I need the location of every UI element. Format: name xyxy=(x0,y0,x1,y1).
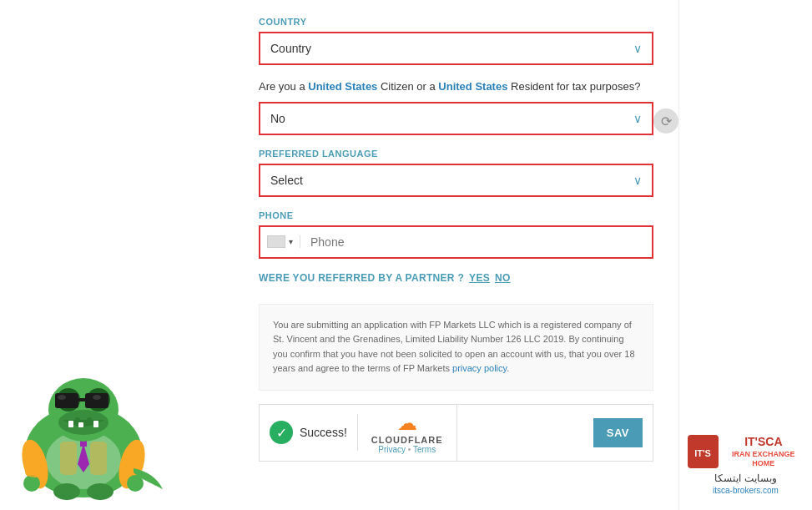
right-brand-panel: IT'S IT'SCA IRAN EXCHANGE HOME وبسایت ای… xyxy=(678,0,812,510)
svg-text:IT'S: IT'S xyxy=(694,448,711,458)
itsca-logo: IT'S IT'SCA IRAN EXCHANGE HOME xyxy=(688,434,804,469)
us-brand-1: United States xyxy=(308,80,377,93)
privacy-policy-link[interactable]: privacy policy xyxy=(452,363,507,373)
flag-icon xyxy=(267,235,285,248)
svg-point-25 xyxy=(75,417,80,422)
svg-point-24 xyxy=(25,467,45,477)
language-label: PREFERRED LANGUAGE xyxy=(259,149,653,159)
cloudflare-cloud-icon: ☁ xyxy=(397,412,417,435)
us-citizen-group: Are you a United States Citizen or a Uni… xyxy=(259,78,653,135)
itsca-name: IT'SCA xyxy=(724,434,804,449)
svg-point-26 xyxy=(87,417,92,422)
partner-label: WERE YOU REFERRED BY A PARTNER ? xyxy=(259,272,464,284)
itsca-tagline: IRAN EXCHANGE HOME xyxy=(724,450,804,469)
us-citizen-select[interactable]: No Yes xyxy=(260,104,652,134)
success-text: Success! xyxy=(300,426,347,439)
form-panel: COUNTRY Country ∨ Are you a United State… xyxy=(234,0,678,510)
phone-label: PHONE xyxy=(259,210,653,220)
partner-no-link[interactable]: NO xyxy=(495,272,511,284)
svg-point-22 xyxy=(53,483,80,500)
us-brand-2: United States xyxy=(438,80,507,93)
svg-rect-9 xyxy=(78,422,83,427)
cloudflare-terms-link[interactable]: Terms xyxy=(413,445,436,454)
svg-point-16 xyxy=(58,395,66,400)
svg-point-23 xyxy=(87,483,113,500)
brand-logo-area: IT'S IT'SCA IRAN EXCHANGE HOME وبسایت ای… xyxy=(688,434,804,495)
success-badge: ✓ Success! xyxy=(260,414,358,451)
country-select[interactable]: Country xyxy=(260,33,652,63)
disclaimer-suffix: . xyxy=(507,363,509,373)
svg-rect-10 xyxy=(93,421,98,427)
scroll-icon[interactable]: ⟳ xyxy=(653,109,678,134)
itsca-icon: IT'S xyxy=(688,435,719,468)
save-section: SAV xyxy=(583,412,653,454)
svg-point-19 xyxy=(23,475,40,492)
phone-wrapper[interactable]: ▾ xyxy=(259,225,653,259)
form-section: COUNTRY Country ∨ Are you a United State… xyxy=(234,0,678,510)
brand-url: itsca-brokers.com xyxy=(688,486,804,495)
language-group: PREFERRED LANGUAGE Select ∨ xyxy=(259,149,653,197)
cloudflare-links: Privacy • Terms xyxy=(378,445,436,454)
country-group: COUNTRY Country ∨ xyxy=(259,17,653,65)
svg-rect-8 xyxy=(68,421,73,427)
left-panel xyxy=(0,0,234,510)
svg-rect-4 xyxy=(60,442,77,475)
success-check-icon: ✓ xyxy=(270,421,293,444)
crocodile-mascot xyxy=(0,343,167,502)
partner-referral-row: WERE YOU REFERRED BY A PARTNER ? YES NO xyxy=(259,272,653,284)
flag-caret-icon: ▾ xyxy=(289,237,293,246)
phone-input[interactable] xyxy=(300,227,652,257)
country-label: COUNTRY xyxy=(259,17,653,27)
us-citizen-question: Are you a United States Citizen or a Uni… xyxy=(259,78,653,95)
cloudflare-name: CLOUDFLARE xyxy=(371,435,443,445)
svg-rect-5 xyxy=(90,442,107,475)
save-button[interactable]: SAV xyxy=(593,418,643,447)
phone-group: PHONE ▾ xyxy=(259,210,653,259)
disclaimer-block: You are submitting an application with F… xyxy=(259,304,653,391)
bottom-actions-bar: ✓ Success! ☁ CLOUDFLARE Privacy • Terms … xyxy=(259,404,653,462)
mascot-container xyxy=(0,343,192,510)
language-select-wrapper[interactable]: Select ∨ xyxy=(259,164,653,197)
language-select[interactable]: Select xyxy=(260,165,652,195)
itsca-text: IT'SCA IRAN EXCHANGE HOME xyxy=(724,434,804,469)
cloudflare-section: ☁ CLOUDFLARE Privacy • Terms xyxy=(358,405,457,461)
svg-rect-15 xyxy=(78,398,85,401)
svg-point-17 xyxy=(93,395,101,400)
brand-arabic-text: وبسایت ایتسکا xyxy=(688,472,804,484)
country-select-wrapper[interactable]: Country ∨ xyxy=(259,32,653,65)
svg-rect-13 xyxy=(55,393,78,408)
us-citizen-select-wrapper[interactable]: No Yes ∨ xyxy=(259,102,653,135)
cloudflare-privacy-link[interactable]: Privacy xyxy=(378,445,406,454)
cloudflare-separator: • xyxy=(408,445,411,454)
partner-yes-link[interactable]: YES xyxy=(469,272,490,284)
phone-flag-selector[interactable]: ▾ xyxy=(260,235,300,248)
